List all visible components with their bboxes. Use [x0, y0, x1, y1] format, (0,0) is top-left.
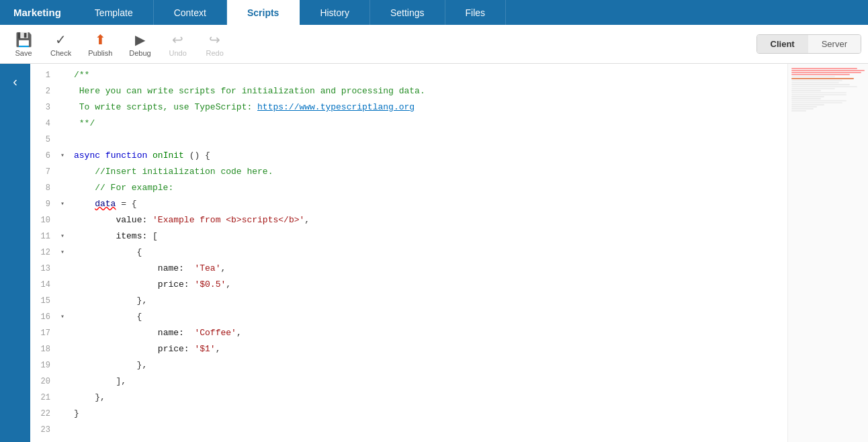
redo-button[interactable]: ↪ Redo: [198, 28, 232, 60]
publish-label: Publish: [88, 49, 112, 57]
code-line-6: 6 ▾ async function onInit () {: [30, 148, 787, 164]
save-button[interactable]: 💾 Save: [7, 28, 40, 60]
code-line-7: 7 //Insert initialization code here.: [30, 164, 787, 180]
app-title: Marketing: [0, 0, 75, 25]
undo-button[interactable]: ↩ Undo: [161, 28, 195, 60]
back-arrow-icon: ‹: [13, 74, 17, 89]
toolbar: 💾 Save ✓ Check ⬆ Publish ▶ Debug ↩ Undo …: [0, 25, 868, 64]
redo-label: Redo: [206, 49, 224, 57]
minimap-content: [788, 64, 868, 116]
server-button[interactable]: Server: [808, 35, 861, 53]
client-button[interactable]: Client: [757, 35, 808, 53]
debug-button[interactable]: ▶ Debug: [122, 28, 157, 60]
code-editor[interactable]: 1 /** 2 Here you can write scripts for i…: [30, 64, 787, 442]
nav-tab-settings[interactable]: Settings: [370, 0, 445, 25]
code-line-19: 19 },: [30, 357, 787, 373]
code-line-18: 18 price: '$1',: [30, 341, 787, 357]
publish-button[interactable]: ⬆ Publish: [81, 28, 119, 60]
code-line-21: 21 },: [30, 390, 787, 406]
code-line-9: 9 ▾ data = {: [30, 196, 787, 212]
code-line-13: 13 name: 'Tea',: [30, 261, 787, 277]
code-line-2: 2 Here you can write scripts for initial…: [30, 83, 787, 99]
code-line-20: 20 ],: [30, 373, 787, 390]
typescript-link[interactable]: https://www.typescriptlang.org: [257, 102, 415, 112]
code-line-16: 16 ▾ {: [30, 309, 787, 325]
code-line-8: 8 // For example:: [30, 180, 787, 196]
undo-label: Undo: [169, 49, 187, 57]
code-line-11: 11 ▾ items: [: [30, 228, 787, 245]
undo-icon: ↩: [172, 32, 183, 48]
nav-tab-files[interactable]: Files: [445, 0, 507, 25]
code-line-4: 4 **/: [30, 116, 787, 132]
nav-tabs: Template Context Scripts History Setting…: [75, 0, 868, 25]
nav-tab-scripts[interactable]: Scripts: [227, 0, 300, 25]
check-icon: ✓: [55, 32, 67, 48]
publish-icon: ⬆: [95, 32, 106, 48]
code-line-23: 23: [30, 422, 787, 438]
code-line-15: 15 },: [30, 293, 787, 309]
fold-icon-6[interactable]: ▾: [60, 148, 74, 164]
code-line-12: 12 ▾ {: [30, 245, 787, 261]
code-line-5: 5: [30, 132, 787, 148]
fold-icon-11[interactable]: ▾: [60, 228, 74, 245]
nav-tab-history[interactable]: History: [300, 0, 370, 25]
back-button[interactable]: ‹: [0, 64, 30, 442]
main-area: ‹ 1 /** 2 Here you can write scripts for…: [0, 64, 868, 442]
minimap: [787, 64, 868, 442]
check-label: Check: [50, 49, 71, 57]
debug-icon: ▶: [135, 32, 145, 48]
nav-tab-context[interactable]: Context: [154, 0, 227, 25]
code-line-14: 14 price: '$0.5',: [30, 277, 787, 293]
code-line-3: 3 To write scripts, use TypeScript: http…: [30, 99, 787, 116]
fold-icon-9[interactable]: ▾: [60, 196, 74, 212]
debug-label: Debug: [129, 49, 150, 57]
save-label: Save: [15, 49, 32, 57]
code-line-10: 10 value: 'Example from <b>scripts</b>',: [30, 212, 787, 228]
redo-icon: ↪: [209, 32, 220, 48]
client-server-toggle: Client Server: [756, 34, 861, 54]
top-nav: Marketing Template Context Scripts Histo…: [0, 0, 868, 25]
check-button[interactable]: ✓ Check: [44, 28, 78, 60]
code-line-17: 17 name: 'Coffee',: [30, 325, 787, 341]
fold-icon-12[interactable]: ▾: [60, 245, 74, 261]
fold-icon-16[interactable]: ▾: [60, 309, 74, 325]
code-line-1: 1 /**: [30, 67, 787, 83]
code-line-22: 22 }: [30, 406, 787, 422]
save-icon: 💾: [15, 32, 32, 48]
nav-tab-template[interactable]: Template: [75, 0, 154, 25]
